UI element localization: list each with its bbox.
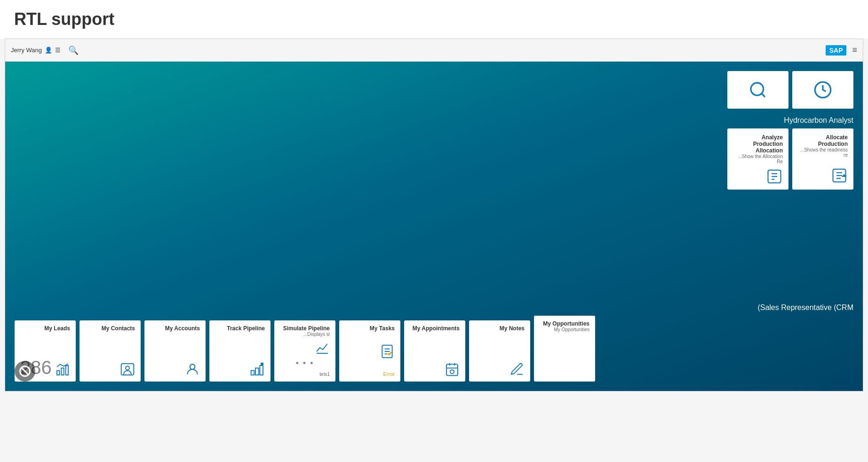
- tile-my-accounts[interactable]: My Accounts: [144, 320, 206, 382]
- page-title: RTL support: [0, 0, 868, 39]
- simulate-pipeline-title: Simulate Pipeline: [280, 325, 330, 332]
- svg-rect-12: [61, 368, 64, 375]
- simulate-pipeline-dots: • • •: [280, 358, 330, 368]
- allocate-production-title: Allocate Production: [798, 134, 848, 147]
- svg-rect-11: [57, 371, 59, 375]
- my-notes-icon: [510, 362, 525, 377]
- simulate-pipeline-icon: [280, 340, 330, 355]
- main-content: Hydrocarbon Analyst Analyze Production A…: [5, 62, 863, 391]
- header-right: SAP ≡: [826, 45, 857, 56]
- my-notes-content: [475, 362, 525, 377]
- right-panel: Hydrocarbon Analyst Analyze Production A…: [727, 62, 863, 197]
- my-appointments-content: [410, 362, 460, 377]
- my-accounts-content: [150, 362, 200, 377]
- my-contacts-title: My Contacts: [85, 325, 135, 332]
- my-tasks-content: [345, 344, 395, 359]
- allocate-production-icon: [798, 158, 848, 184]
- hamburger-menu-icon[interactable]: ≡: [852, 45, 857, 55]
- svg-rect-14: [121, 364, 134, 375]
- svg-point-0: [751, 83, 764, 96]
- my-tasks-icon: [380, 344, 395, 359]
- hydrocarbon-tiles: Analyze Production Allocation ...Show th…: [727, 128, 853, 190]
- tile-my-appointments[interactable]: My Appointments: [404, 320, 465, 382]
- partial-tile-speed[interactable]: [792, 71, 853, 109]
- analyze-production-subtitle: ...Show the Allocation Re: [733, 154, 783, 164]
- simulate-pipeline-footer: tets1: [280, 372, 330, 377]
- my-appointments-icon: [445, 362, 460, 377]
- sales-tiles-row: My Leads 286: [15, 316, 853, 382]
- track-pipeline-content: $: [215, 362, 265, 377]
- svg-rect-18: [251, 371, 255, 375]
- my-opportunities-subtitle: My Opportunities: [540, 327, 589, 332]
- user-section[interactable]: Jerry Wang 👤 ☰: [11, 47, 61, 54]
- tile-allocate-production[interactable]: Allocate Production ...Shows the readine…: [792, 128, 853, 190]
- track-pipeline-icon: $: [250, 362, 265, 377]
- svg-line-34: [22, 368, 29, 375]
- my-contacts-icon: [120, 362, 135, 377]
- tile-analyze-production[interactable]: Analyze Production Allocation ...Show th…: [727, 128, 788, 190]
- svg-line-1: [762, 94, 765, 97]
- my-tasks-error: Error: [345, 371, 395, 377]
- svg-rect-13: [66, 366, 68, 375]
- content-wrapper: Hydrocarbon Analyst Analyze Production A…: [5, 62, 863, 391]
- simulate-pipeline-subtitle: ...Displays sl: [280, 332, 330, 337]
- allocate-production-subtitle: ...Shows the readiness re: [798, 147, 848, 158]
- my-notes-title: My Notes: [475, 325, 525, 332]
- forbidden-icon: [15, 361, 35, 382]
- header-left: Jerry Wang 👤 ☰ 🔍: [11, 45, 79, 56]
- top-partial-tiles: [727, 71, 853, 109]
- my-tasks-title: My Tasks: [345, 325, 395, 332]
- tile-my-opportunities[interactable]: My Opportunities My Opportunities: [534, 316, 595, 382]
- user-name: Jerry Wang: [11, 47, 42, 54]
- my-leads-icon: [55, 362, 70, 377]
- svg-point-17: [190, 364, 195, 369]
- my-contacts-content: [85, 362, 135, 377]
- user-icon: 👤: [45, 47, 52, 54]
- app-shell: Jerry Wang 👤 ☰ 🔍 SAP ≡: [5, 39, 863, 391]
- my-leads-title: My Leads: [20, 325, 70, 332]
- svg-point-15: [126, 366, 129, 370]
- my-accounts-icon: [185, 362, 200, 377]
- svg-rect-19: [255, 368, 259, 375]
- svg-text:$: $: [261, 363, 262, 365]
- bottom-section: (Sales Representative (CRM My Leads 286: [5, 303, 863, 391]
- menu-lines-icon[interactable]: ☰: [55, 47, 61, 54]
- my-opportunities-title: My Opportunities: [540, 320, 589, 327]
- svg-rect-20: [260, 366, 263, 375]
- header-bar: Jerry Wang 👤 ☰ 🔍 SAP ≡: [5, 39, 863, 62]
- svg-point-32: [450, 370, 454, 374]
- my-accounts-title: My Accounts: [150, 325, 200, 332]
- analyze-production-title: Analyze Production Allocation: [733, 134, 783, 154]
- tile-my-contacts[interactable]: My Contacts: [80, 320, 141, 382]
- sales-group-label: (Sales Representative (CRM: [15, 303, 853, 312]
- tile-track-pipeline[interactable]: Track Pipeline $: [209, 320, 271, 382]
- tile-my-notes[interactable]: My Notes: [469, 320, 530, 382]
- my-appointments-title: My Appointments: [410, 325, 460, 332]
- search-button[interactable]: 🔍: [68, 45, 79, 56]
- track-pipeline-title: Track Pipeline: [215, 325, 265, 332]
- analyze-production-icon: [733, 164, 783, 185]
- tile-my-tasks[interactable]: My Tasks: [339, 320, 400, 382]
- tile-simulate-pipeline[interactable]: Simulate Pipeline ...Displays sl • • • t…: [274, 320, 335, 382]
- sap-logo: SAP: [826, 45, 847, 56]
- hydrocarbon-group-label: Hydrocarbon Analyst: [727, 116, 853, 125]
- partial-tile-search[interactable]: [727, 71, 788, 109]
